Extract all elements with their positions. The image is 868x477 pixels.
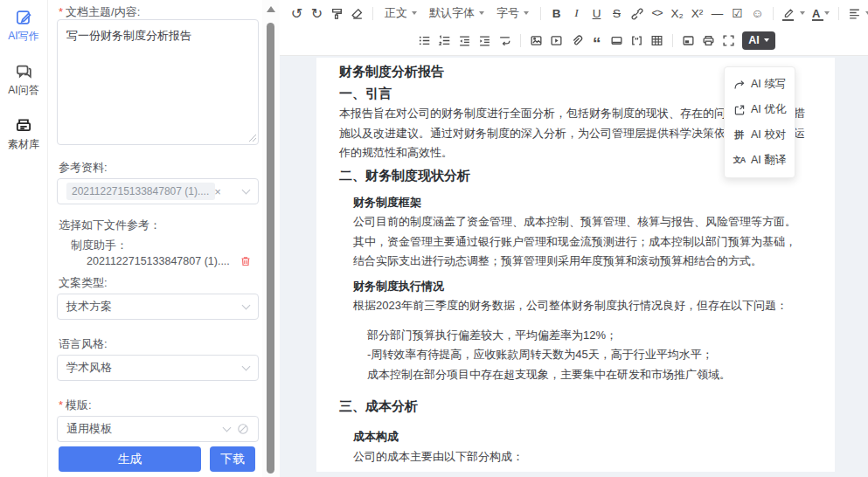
doc-paragraph: 公司目前的制度涵盖了资金管理、成本控制、预算管理、核算与报告、风险管理等方面。 … <box>339 212 814 272</box>
code-block-icon[interactable] <box>627 31 647 50</box>
chevron-down-icon <box>223 424 232 432</box>
menu-item-ai-continue[interactable]: AI 续写 <box>725 72 795 97</box>
align-icon[interactable] <box>844 3 868 23</box>
file-row: 2021122715133847807 (1).... <box>48 255 262 267</box>
doc-list: 部分部门预算执行偏差较大，平均偏差率为12%； -周转效率有待提高，应收账款周转… <box>339 326 814 385</box>
doc-paragraph: 根据2023年前三季度的财务数据，公司整体财务制度执行情况良好，但存在以下问题： <box>339 296 814 316</box>
ai-proofread-icon: 拼 <box>733 128 746 142</box>
doc-subheading: 成本构成 <box>339 427 814 447</box>
sidebar-item-ai-writing[interactable]: AI写作 <box>8 9 38 44</box>
material-library-icon <box>15 117 32 135</box>
doc-subheading: 财务制度执行情况 <box>339 277 814 297</box>
file-group-label: 制度助手： <box>71 238 128 253</box>
paragraph-style-select[interactable]: 正文 <box>378 3 423 23</box>
ai-writing-icon <box>15 9 32 26</box>
font-family-select[interactable]: 默认字体 <box>423 3 490 23</box>
divider-card-icon[interactable] <box>607 31 627 50</box>
bold-icon[interactable]: B <box>546 3 566 23</box>
print-icon[interactable] <box>698 31 719 50</box>
superscript-icon[interactable]: X² <box>687 3 707 23</box>
left-nav: AI写作 AI问答 素材库 <box>0 0 48 477</box>
ai-dropdown-button[interactable]: AI <box>742 31 775 50</box>
link-icon[interactable] <box>627 3 647 23</box>
code-icon[interactable]: <> <box>647 3 667 23</box>
eraser-icon[interactable] <box>347 3 367 23</box>
scrollbar-thumb[interactable] <box>267 23 274 474</box>
attachment-icon[interactable] <box>566 31 587 50</box>
sidebar-item-label: AI问答 <box>8 83 38 98</box>
blockquote-icon[interactable]: “ <box>587 31 607 50</box>
table-icon[interactable] <box>647 31 667 50</box>
editor-toolbar: ↺ ↻ 正文 默认字体 <box>280 0 868 56</box>
scroll-up-icon[interactable] <box>267 6 275 12</box>
caret-down-icon <box>524 11 529 15</box>
indent-icon[interactable] <box>475 31 495 50</box>
circle-slash-icon <box>237 423 249 435</box>
style-select[interactable]: 学术风格 <box>57 355 259 381</box>
form-actions: 生成 下载 <box>59 446 255 472</box>
undo-icon[interactable]: ↺ <box>287 3 307 23</box>
subscript-icon[interactable]: X₂ <box>667 3 687 23</box>
redo-icon[interactable]: ↻ <box>307 3 327 23</box>
strikethrough-icon[interactable]: S <box>607 3 627 23</box>
download-button[interactable]: 下载 <box>210 446 255 472</box>
emoji-icon[interactable]: ☺ <box>747 3 767 23</box>
ai-dropdown-menu: AI 续写 AI 优化 拼 AI 校对 文A <box>724 66 795 178</box>
underline-icon[interactable]: U <box>587 3 607 23</box>
generate-button[interactable]: 生成 <box>59 446 201 472</box>
chevron-down-icon <box>242 301 251 310</box>
font-color-bar <box>812 19 823 22</box>
image-icon[interactable] <box>526 31 546 50</box>
bullet-list-icon[interactable] <box>414 31 434 50</box>
menu-item-ai-proofread[interactable]: 拼 AI 校对 <box>725 122 795 148</box>
panel-scrollbar <box>262 0 280 477</box>
copy-type-select[interactable]: 技术方案 <box>57 294 259 320</box>
page-setup-icon[interactable] <box>678 31 698 50</box>
outdent-icon[interactable] <box>455 31 475 50</box>
topic-input[interactable]: 写一份财务制度分析报告 <box>57 19 259 145</box>
ai-continue-icon <box>733 79 746 91</box>
caret-down-icon <box>412 11 417 15</box>
caret-down-icon <box>800 11 805 15</box>
chevron-down-icon <box>242 363 251 371</box>
font-color-icon[interactable]: A <box>809 3 833 23</box>
remove-tag-icon[interactable]: × <box>214 186 221 197</box>
reference-label: 参考资料: <box>59 160 108 176</box>
reference-tag: 2021122715133847807 (1).... × <box>66 183 215 200</box>
app-root: AI写作 AI问答 素材库 <box>0 0 868 477</box>
highlight-color-bar <box>782 19 794 22</box>
required-asterisk: * <box>59 398 63 411</box>
ordered-list-icon[interactable] <box>434 31 455 50</box>
format-painter-icon[interactable] <box>327 3 347 23</box>
trash-icon[interactable] <box>240 255 252 267</box>
doc-paragraph: 公司的成本主要由以下部分构成： <box>339 447 814 467</box>
sidebar-item-material-library[interactable]: 素材库 <box>8 117 39 152</box>
topic-label: *文档主题/内容: <box>59 4 140 20</box>
caret-down-icon <box>764 38 769 42</box>
template-label: *模版: <box>59 398 92 413</box>
horizontal-rule-icon[interactable]: — <box>707 3 727 23</box>
style-label: 语言风格: <box>59 336 108 352</box>
highlight-pen-icon[interactable] <box>779 3 809 23</box>
menu-item-ai-translate[interactable]: 文A AI 翻译 <box>725 148 795 173</box>
reference-select[interactable]: 2021122715133847807 (1).... × <box>57 178 259 204</box>
fullscreen-icon[interactable] <box>719 31 739 50</box>
editor-area: ↺ ↻ 正文 默认字体 <box>280 0 868 477</box>
font-size-select[interactable]: 字号 <box>490 3 535 23</box>
ai-qa-icon <box>15 63 32 80</box>
sidebar-item-label: AI写作 <box>8 29 38 44</box>
menu-item-ai-optimize[interactable]: AI 优化 <box>725 97 795 122</box>
italic-icon[interactable]: I <box>566 3 587 23</box>
caret-down-icon <box>824 11 830 15</box>
chevron-down-icon <box>242 186 251 195</box>
editor-canvas: 财务制度分析报告 一、引言 本报告旨在对公司的财务制度进行全面分析，包括财务制度… <box>280 56 868 477</box>
required-asterisk: * <box>59 5 63 18</box>
task-list-icon[interactable]: ☑ <box>727 3 747 23</box>
video-icon[interactable] <box>546 31 566 50</box>
template-select[interactable]: 通用模板 <box>57 416 259 442</box>
copy-type-label: 文案类型: <box>59 275 108 291</box>
line-break-icon[interactable] <box>495 31 515 50</box>
ai-optimize-icon <box>733 104 746 116</box>
sidebar-item-label: 素材库 <box>8 137 39 152</box>
sidebar-item-ai-qa[interactable]: AI问答 <box>8 63 38 98</box>
